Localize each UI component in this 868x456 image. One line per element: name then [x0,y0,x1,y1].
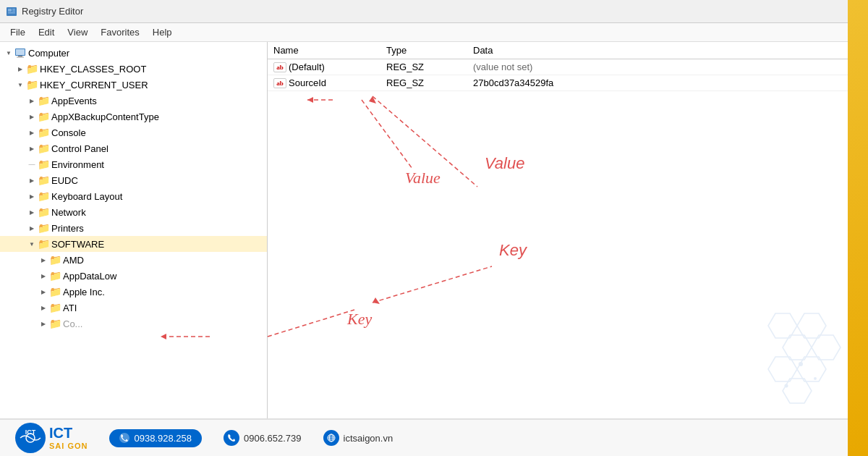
expand-console[interactable] [26,127,38,138]
row-name-sourceid: ab SourceId [271,77,386,88]
folder-icon-amd: 📁 [49,254,61,266]
ab-icon-default: ab [273,62,286,72]
svg-point-26 [119,433,129,443]
table-row[interactable]: ab (Default) REG_SZ (value not set) [268,59,868,75]
menu-favorites[interactable]: Favorites [95,25,145,40]
menu-file[interactable]: File [4,25,31,40]
tree-item-ati[interactable]: 📁 ATI [0,300,267,316]
key-annotation-label: Key [499,241,527,260]
tree-label-amd: AMD [63,255,84,266]
tree-item-console[interactable]: 📁 Console [0,124,267,140]
tree-label-network: Network [51,207,86,218]
logo-saigon-text: SAI GON [49,442,88,451]
row-name-default: ab (Default) [271,62,386,72]
folder-icon-eudc: 📁 [38,174,49,186]
svg-rect-0 [7,7,17,16]
svg-rect-4 [8,12,15,14]
tree-item-printers[interactable]: 📁 Printers [0,220,267,236]
tree-item-hkey-current[interactable]: 📁 HKEY_CURRENT_USER [0,77,267,93]
expand-software[interactable] [26,238,38,250]
menu-help[interactable]: Help [147,25,178,40]
table-row[interactable]: ab SourceId REG_SZ 27b0cd37a34529fa [268,75,868,91]
tree-label-environment: Environment [51,159,104,170]
tree-item-network[interactable]: 📁 Network [0,204,267,220]
tree-item-appxbackup[interactable]: 📁 AppXBackupContentType [0,109,267,124]
tree-label-hkey-current: HKEY_CURRENT_USER [40,80,148,90]
website-text: ictsaigon.vn [344,433,393,444]
tree-item-appevents[interactable]: 📁 AppEvents [0,93,267,109]
tree-item-appdatalow[interactable]: 📁 AppDataLow [0,268,267,284]
tree-label-controlpanel: Control Panel [51,143,109,154]
folder-icon-environment: 📁 [38,159,49,170]
expand-corlean[interactable] [38,318,49,329]
folder-icon-controlpanel: 📁 [38,143,49,154]
folder-icon-network: 📁 [38,206,49,218]
website-item: ictsaigon.vn [323,430,393,446]
folder-icon-appevents: 📁 [38,95,49,106]
expand-controlpanel[interactable] [26,143,38,154]
row-data-sourceid: 27b0cd37a34529fa [473,77,865,88]
tree-item-hkey-classes[interactable]: 📁 HKEY_CLASSES_ROOT [0,61,267,77]
tree-label-appxbackup: AppXBackupContentType [51,111,159,122]
svg-marker-16 [812,335,841,360]
svg-marker-18 [797,357,826,381]
logo-area: ICT ICT SAI GON [14,422,88,454]
folder-icon-printers: 📁 [38,222,49,234]
expand-printers[interactable] [26,222,38,234]
expand-computer[interactable] [3,47,14,59]
expand-network[interactable] [26,206,38,218]
tree-label-software: SOFTWARE [51,239,104,250]
tree-item-eudc[interactable]: 📁 EUDC [0,172,267,188]
folder-icon-keyboard-layout: 📁 [38,190,49,202]
tree-item-corlean[interactable]: 📁 Co... [0,316,267,332]
folder-icon-classes: 📁 [26,63,38,75]
ab-icon-sourceid: ab [273,78,286,88]
expand-appevents[interactable] [26,95,38,106]
expand-appdatalow[interactable] [38,270,49,282]
svg-point-22 [785,384,788,388]
menu-bar: File Edit View Favorites Help [0,23,868,42]
logo-ict-text: ICT [49,424,88,442]
registry-icon [6,6,17,17]
tree-label-appdatalow: AppDataLow [63,271,116,282]
phone1-button[interactable]: 0938.928.258 [109,429,202,447]
tree-label-computer: Computer [28,48,69,59]
expand-appleinc[interactable] [38,286,49,297]
tree-scroll[interactable]: Computer 📁 HKEY_CLASSES_ROOT 📁 HKEY_CURR… [0,42,267,418]
svg-marker-13 [768,313,797,338]
expand-amd[interactable] [38,254,49,266]
folder-icon-current: 📁 [26,79,38,90]
tree-item-computer[interactable]: Computer [0,45,267,61]
folder-icon-appleinc: 📁 [49,286,61,297]
expand-hkey-classes[interactable] [14,63,26,75]
folder-icon-ati: 📁 [49,302,61,313]
expand-appxbackup[interactable] [26,111,38,122]
tree-item-amd[interactable]: 📁 AMD [0,252,267,268]
svg-marker-19 [783,379,812,403]
yellow-strip [848,0,868,456]
expand-ati[interactable] [38,302,49,313]
svg-rect-2 [12,9,15,10]
expand-eudc[interactable] [26,174,38,186]
tree-label-appleinc: Apple Inc. [63,287,105,297]
tree-item-software[interactable]: 📁 SOFTWARE [0,236,267,252]
expand-environment: — [26,159,38,170]
expand-hkey-current[interactable] [14,79,26,90]
folder-icon-appxbackup: 📁 [38,111,49,122]
phone2-number: 0906.652.739 [244,433,302,444]
svg-rect-1 [8,9,12,12]
expand-keyboard-layout[interactable] [26,190,38,202]
tree-label-appevents: AppEvents [51,96,97,106]
row-type-default: REG_SZ [386,62,473,72]
tree-item-controlpanel[interactable]: 📁 Control Panel [0,140,267,156]
menu-edit[interactable]: Edit [33,25,60,40]
tree-item-environment[interactable]: — 📁 Environment [0,156,267,172]
tree-label-corlean: Co... [63,318,82,329]
svg-rect-3 [12,10,15,12]
tree-item-keyboard-layout[interactable]: 📁 Keyboard Layout [0,188,267,204]
row-data-default: (value not set) [473,62,865,72]
tree-item-appleinc[interactable]: 📁 Apple Inc. [0,284,267,300]
menu-view[interactable]: View [61,25,93,40]
folder-icon-appdatalow: 📁 [49,270,61,282]
phone1-icon [119,433,129,443]
